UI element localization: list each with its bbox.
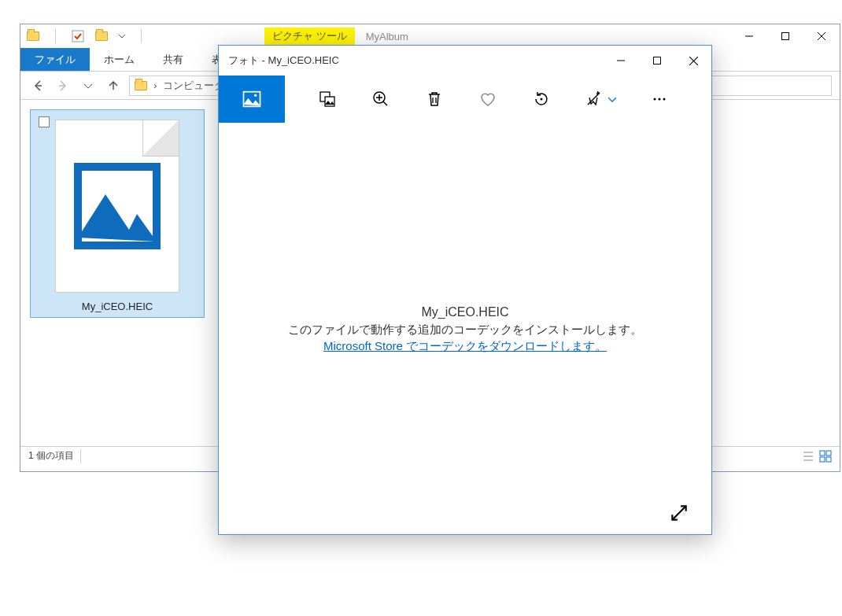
error-filename: My_iCEO.HEIC [421, 305, 508, 319]
photos-window-controls [603, 46, 711, 76]
separator [80, 449, 81, 463]
separator [55, 29, 56, 43]
chevron-down-icon[interactable] [119, 33, 125, 39]
ribbon-tab-home[interactable]: ホーム [90, 48, 149, 71]
svg-rect-7 [654, 57, 661, 65]
favorite-button[interactable] [461, 76, 515, 123]
folder-icon [135, 81, 147, 90]
delete-button[interactable] [408, 76, 461, 123]
error-message: このファイルで動作する追加のコーデックをインストールします。 [288, 323, 642, 338]
thumbnail-view-icon[interactable] [819, 450, 832, 463]
svg-point-14 [654, 98, 656, 101]
explorer-window-title: MyAlbum [366, 31, 408, 42]
close-button[interactable] [803, 25, 840, 47]
compare-icon [318, 90, 337, 109]
explorer-window-controls [731, 25, 840, 47]
ribbon-tab-share[interactable]: 共有 [149, 48, 198, 71]
more-button[interactable] [633, 76, 686, 123]
svg-rect-4 [826, 451, 831, 456]
chevron-down-icon [608, 95, 616, 103]
svg-rect-1 [782, 33, 789, 40]
svg-point-9 [254, 94, 257, 98]
svg-rect-6 [826, 457, 831, 462]
magnifier-plus-icon [371, 90, 390, 109]
minimize-button[interactable] [731, 25, 767, 47]
svg-rect-11 [325, 97, 334, 106]
picture-icon [241, 88, 263, 110]
fullscreen-icon [669, 503, 689, 523]
photos-window-title: フォト - My_iCEO.HEIC [219, 53, 339, 68]
rotate-icon [532, 90, 551, 109]
ellipsis-icon [652, 91, 667, 107]
separator [141, 29, 142, 43]
zoom-button[interactable] [354, 76, 408, 123]
status-item-count: 1 個の項目 [28, 449, 74, 463]
view-photo-button[interactable] [219, 76, 285, 123]
picture-placeholder-icon [70, 159, 164, 253]
ribbon-tab-file[interactable]: ファイル [20, 48, 90, 71]
file-item[interactable]: My_iCEO.HEIC [30, 109, 205, 318]
explorer-context-tab[interactable]: ピクチャ ツール [264, 28, 355, 45]
nav-forward-button[interactable] [54, 76, 72, 95]
trash-icon [425, 90, 444, 109]
folder-icon [27, 31, 39, 41]
folder-icon[interactable] [95, 31, 108, 41]
heart-icon [478, 90, 497, 109]
svg-point-15 [659, 98, 661, 101]
edit-button[interactable] [568, 76, 633, 123]
edit-crop-icon [585, 90, 604, 109]
address-bar[interactable]: › コンピュータ [129, 76, 230, 96]
nav-recent-button[interactable] [79, 76, 98, 95]
maximize-button[interactable] [639, 46, 675, 76]
file-checkbox[interactable] [39, 116, 50, 127]
codec-download-link[interactable]: Microsoft Store でコーデックをダウンロードします。 [323, 339, 607, 354]
compare-button[interactable] [301, 76, 354, 123]
breadcrumb-sep: › [153, 79, 157, 91]
breadcrumb-item[interactable]: コンピュータ [163, 79, 224, 93]
svg-point-13 [541, 98, 543, 101]
nav-up-button[interactable] [104, 76, 123, 95]
fullscreen-button[interactable] [669, 503, 689, 523]
photos-content: My_iCEO.HEIC このファイルで動作する追加のコーデックをインストールし… [219, 123, 711, 536]
page-fold-icon [142, 120, 179, 157]
svg-point-16 [663, 98, 666, 101]
photos-titlebar[interactable]: フォト - My_iCEO.HEIC [219, 46, 711, 76]
explorer-quick-access-toolbar [20, 29, 146, 43]
rotate-button[interactable] [515, 76, 568, 123]
svg-rect-5 [820, 457, 825, 462]
nav-back-button[interactable] [28, 76, 47, 95]
close-button[interactable] [675, 46, 711, 76]
svg-rect-0 [72, 31, 83, 42]
file-name-label: My_iCEO.HEIC [82, 301, 153, 312]
svg-rect-3 [820, 451, 825, 456]
details-view-icon[interactable] [802, 450, 814, 463]
minimize-button[interactable] [603, 46, 639, 76]
checkmark-icon[interactable] [72, 30, 84, 42]
maximize-button[interactable] [767, 25, 803, 47]
file-thumbnail [55, 120, 179, 293]
photos-toolbar [219, 76, 711, 123]
photos-window: フォト - My_iCEO.HEIC [218, 45, 712, 535]
